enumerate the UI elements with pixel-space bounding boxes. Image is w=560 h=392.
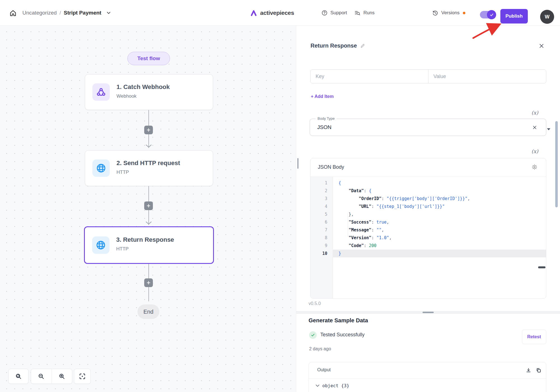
user-avatar[interactable]: W	[540, 10, 554, 24]
code-line[interactable]: 2 "Data": {	[311, 187, 546, 195]
insert-variable-icon[interactable]: (x)	[531, 110, 538, 116]
ai-sparkle-icon[interactable]	[531, 164, 538, 171]
versions-label: Versions	[441, 10, 459, 16]
add-step-button[interactable]	[144, 201, 153, 210]
step-subtitle: HTTP	[116, 246, 129, 252]
runs-label: Runs	[363, 10, 375, 16]
zoom-out-button[interactable]	[31, 369, 52, 384]
add-item-button[interactable]: + Add Item	[311, 94, 334, 99]
code-text: "Success": true,	[333, 218, 546, 226]
line-number: 5	[311, 210, 333, 218]
body-type-label: Body Type	[316, 116, 337, 121]
code-line[interactable]: 5 },	[311, 210, 546, 218]
json-body-title: JSON Body	[318, 164, 344, 170]
dropdown-caret-icon[interactable]	[547, 126, 550, 132]
fit-view-icon	[79, 373, 86, 380]
piece-version-label: v0.5.0	[309, 301, 321, 306]
code-line[interactable]: 6 "Success": true,	[311, 218, 546, 226]
connector-arrow-icon	[146, 221, 152, 225]
edit-pencil-icon[interactable]	[360, 43, 366, 48]
value-input[interactable]	[428, 70, 546, 83]
code-text: "OrderID": "{{trigger['body']['OrderID']…	[333, 195, 546, 203]
splitter-handle[interactable]	[423, 312, 434, 313]
close-panel-button[interactable]	[538, 42, 545, 50]
zoom-in-button[interactable]	[52, 369, 72, 384]
collapse-chevron-icon	[316, 384, 319, 387]
test-flow-button[interactable]: Test flow	[127, 52, 170, 65]
chevron-down-icon[interactable]	[106, 10, 111, 16]
step-title: 3. Return Response	[116, 236, 174, 243]
download-icon[interactable]	[526, 367, 532, 374]
body-type-select[interactable]: Body Type JSON	[310, 119, 546, 136]
breadcrumb-folder[interactable]: Uncategorized	[22, 10, 57, 16]
add-step-button[interactable]	[144, 278, 153, 287]
code-text: "Message": "",	[333, 226, 546, 234]
copy-icon[interactable]	[536, 367, 542, 374]
step-title: 1. Catch Webhook	[116, 83, 170, 91]
plus-icon	[146, 281, 151, 285]
flow-name[interactable]: Stript Payment	[64, 10, 101, 16]
body-type-value: JSON	[317, 124, 332, 130]
output-header: Output	[309, 362, 546, 379]
close-icon	[539, 43, 544, 49]
line-number: 8	[311, 234, 333, 242]
code-line[interactable]: 1{	[311, 179, 546, 187]
step-title: 2. Send HTTP request	[116, 159, 180, 167]
code-text: "Version": "1.0",	[333, 234, 546, 242]
code-line[interactable]: 7 "Message": "",	[311, 226, 546, 234]
versions-link[interactable]: Versions	[432, 0, 465, 26]
plus-icon	[146, 204, 151, 208]
help-icon	[321, 10, 328, 16]
retest-button[interactable]: Retest	[522, 330, 546, 344]
step-subtitle: Webhook	[116, 93, 137, 99]
toggle-knob	[487, 10, 496, 19]
webhook-icon	[92, 83, 110, 101]
publish-button[interactable]: Publish	[500, 9, 528, 24]
http-globe-icon	[92, 236, 109, 254]
panel-resize-handle[interactable]	[297, 158, 298, 169]
line-number: 2	[311, 187, 333, 195]
unpublished-changes-dot	[463, 12, 465, 14]
panel-header: Return Response	[311, 43, 366, 49]
reset-zoom-icon	[15, 373, 22, 380]
step-subtitle: HTTP	[116, 170, 129, 175]
panel-splitter[interactable]	[296, 311, 560, 314]
line-number: 3	[311, 195, 333, 203]
code-line[interactable]: 4 "URL": "{{step_1['body']['url']}}"	[311, 203, 546, 210]
reset-zoom-button[interactable]	[8, 369, 29, 384]
logo: activepieces	[250, 0, 294, 26]
code-line[interactable]: 3 "OrderID": "{{trigger['body']['OrderID…	[311, 195, 546, 203]
editor-scrollbar-thumb[interactable]	[538, 266, 545, 268]
support-label: Support	[330, 10, 347, 16]
step-send-http-request[interactable]: 2. Send HTTP request HTTP	[85, 150, 213, 186]
json-body-editor: JSON Body 1{2 "Data": {3 "OrderID": "{{t…	[310, 158, 546, 299]
zoom-out-icon	[38, 373, 45, 380]
line-number: 1	[311, 179, 333, 187]
step-return-response[interactable]: 3. Return Response HTTP	[84, 226, 214, 264]
flow-canvas[interactable]: Test flow 1. Catch Webhook Webhook 2. Se…	[0, 26, 296, 392]
test-status-text: Tested Successfully	[320, 332, 365, 338]
generate-sample-data-heading: Generate Sample Data	[309, 317, 368, 324]
clear-selection-icon[interactable]	[531, 124, 538, 131]
home-button[interactable]	[9, 0, 17, 26]
home-icon	[9, 9, 17, 17]
panel-scrollbar[interactable]	[555, 121, 558, 207]
code-text: },	[333, 210, 546, 218]
output-title: Output	[317, 367, 331, 372]
insert-variable-icon[interactable]: (x)	[531, 148, 538, 154]
code-line[interactable]: 9 "Code": 200	[311, 242, 546, 250]
fit-view-button[interactable]	[74, 369, 91, 384]
step-catch-webhook[interactable]: 1. Catch Webhook Webhook	[85, 74, 213, 110]
key-input[interactable]	[311, 70, 428, 83]
add-step-button[interactable]	[144, 126, 153, 134]
expand-icon[interactable]	[546, 367, 546, 374]
flow-enabled-toggle[interactable]	[480, 11, 495, 18]
code-line[interactable]: 8 "Version": "1.0",	[311, 234, 546, 242]
support-link[interactable]: Support	[321, 0, 347, 26]
output-object-node[interactable]: object {3}	[316, 383, 349, 388]
line-number: 4	[311, 203, 333, 210]
code-line[interactable]: 10}	[311, 250, 546, 257]
code-editor[interactable]: 1{2 "Data": {3 "OrderID": "{{trigger['bo…	[311, 177, 546, 299]
runs-link[interactable]: Runs	[354, 0, 375, 26]
json-code-lines: 1{2 "Data": {3 "OrderID": "{{trigger['bo…	[311, 179, 546, 257]
